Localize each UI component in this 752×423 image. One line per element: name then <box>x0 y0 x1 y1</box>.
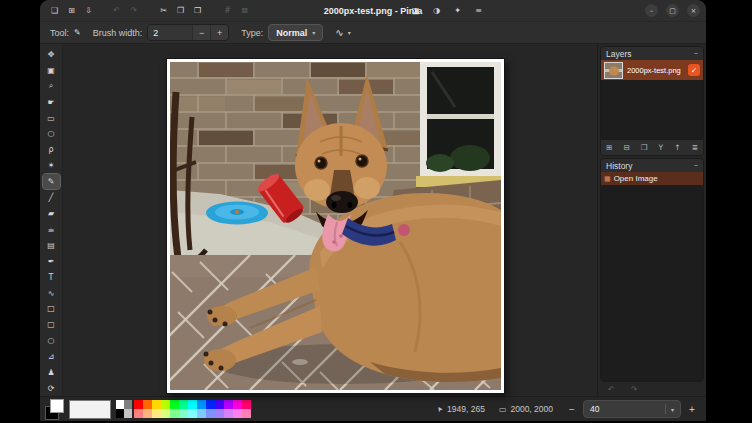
new-image-button[interactable]: ❏ <box>46 3 63 18</box>
history-item[interactable]: ▦ Open Image <box>601 172 703 185</box>
add-layer-button[interactable]: ⊞ <box>606 143 612 152</box>
tool-zoom[interactable]: ⌕ <box>43 79 60 94</box>
effects-menu-button[interactable]: ✦ <box>449 3 466 18</box>
palette-color-swatch[interactable] <box>224 409 233 418</box>
layer-properties-button[interactable]: ≣ <box>692 143 698 152</box>
layers-collapse-button[interactable]: – <box>694 49 698 58</box>
layers-panel-title: Layers <box>606 49 632 59</box>
recent-color-swatch[interactable] <box>69 400 111 419</box>
palette-color-swatch[interactable] <box>143 400 152 409</box>
tool-rectangle[interactable]: □ <box>43 302 60 317</box>
palette-color-swatch[interactable] <box>161 409 170 418</box>
primary-color-swatch[interactable] <box>50 399 64 413</box>
brush-width-spinner: 2 − + <box>147 24 229 41</box>
brush-width-label: Brush width: <box>93 28 143 38</box>
zoom-controls: − 40 ▾ + <box>565 400 701 418</box>
tool-paint-bucket[interactable]: ☕ <box>43 222 60 237</box>
maximize-button[interactable]: ▢ <box>666 4 679 17</box>
tool-paintbrush[interactable]: ╱ <box>43 190 60 205</box>
tool-ellipse-select[interactable]: ○ <box>43 127 60 142</box>
tool-move-selected[interactable]: ▣ <box>43 63 60 78</box>
tool-magic-wand[interactable]: ✶ <box>43 158 60 173</box>
redo-button[interactable]: ↷ <box>125 3 142 18</box>
open-image-button[interactable]: ⊞ <box>63 3 80 18</box>
move-layer-up-button[interactable]: ↑ <box>674 143 680 152</box>
layer-item[interactable]: 2000px-test.png ✓ <box>601 60 703 80</box>
save-button[interactable]: ⇩ <box>80 3 97 18</box>
tool-pencil[interactable]: ✎ <box>43 174 60 189</box>
palette-color-swatch[interactable] <box>152 409 161 418</box>
gray-swatch[interactable] <box>124 409 132 418</box>
duplicate-layer-button[interactable]: ❐ <box>641 143 648 152</box>
zoom-in-button[interactable]: + <box>685 402 699 416</box>
merge-layer-down-button[interactable]: Y <box>659 143 664 152</box>
zoom-level-combobox[interactable]: 40 ▾ <box>583 400 681 418</box>
crop-to-selection-button[interactable]: # <box>219 3 236 18</box>
palette-color-swatch[interactable] <box>188 400 197 409</box>
minimize-button[interactable]: – <box>645 4 658 17</box>
tool-text[interactable]: T <box>43 270 60 285</box>
history-redo-button[interactable]: ↷ <box>631 385 638 394</box>
palette-color-swatch[interactable] <box>134 400 143 409</box>
undo-button[interactable]: ↶ <box>108 3 125 18</box>
history-item-icon: ▦ <box>604 175 611 183</box>
palette-color-swatch[interactable] <box>233 409 242 418</box>
copy-button[interactable]: ❐ <box>172 3 189 18</box>
canvas[interactable] <box>167 59 504 393</box>
brush-width-decrease-button[interactable]: − <box>192 25 210 40</box>
tool-eraser[interactable]: ▰ <box>43 206 60 221</box>
blend-mode-dropdown[interactable]: Normal ▾ <box>268 24 323 41</box>
palette-color-swatch[interactable] <box>152 400 161 409</box>
line-style-dropdown[interactable]: ∿ ▾ <box>335 27 350 38</box>
gray-swatch[interactable] <box>116 400 124 409</box>
palette-color-swatch[interactable] <box>242 400 251 409</box>
layer-visibility-checkbox[interactable]: ✓ <box>688 64 700 76</box>
tool-freeform-shape[interactable]: ⊿ <box>43 349 60 364</box>
brush-width-increase-button[interactable]: + <box>210 25 228 40</box>
palette-color-swatch[interactable] <box>242 409 251 418</box>
paste-button[interactable]: ❒ <box>189 3 206 18</box>
history-collapse-button[interactable]: – <box>694 161 698 170</box>
tool-pan[interactable]: ☛ <box>43 95 60 110</box>
tool-gradient[interactable]: ▤ <box>43 238 60 253</box>
cut-button[interactable]: ✂ <box>155 3 172 18</box>
palette-color-swatch[interactable] <box>233 400 242 409</box>
history-item-label: Open Image <box>614 174 658 183</box>
tool-color-picker[interactable]: ✒ <box>43 254 60 269</box>
tool-move-selection[interactable]: ✥ <box>43 47 60 62</box>
palette-color-swatch[interactable] <box>170 409 179 418</box>
tool-clone-stamp[interactable]: ♟ <box>43 365 60 380</box>
palette-color-swatch[interactable] <box>143 409 152 418</box>
palette-color-swatch[interactable] <box>206 400 215 409</box>
tool-rounded-rectangle[interactable]: ▢ <box>43 317 60 332</box>
gray-swatch[interactable] <box>116 409 124 418</box>
tool-line-curve[interactable]: ∿ <box>43 286 60 301</box>
palette-color-swatch[interactable] <box>170 400 179 409</box>
gray-swatch[interactable] <box>124 400 132 409</box>
palette-color-swatch[interactable] <box>188 409 197 418</box>
main-menu-button[interactable]: ≡ <box>470 3 487 18</box>
deselect-button[interactable]: ⊠ <box>236 3 253 18</box>
palette-color-swatch[interactable] <box>161 400 170 409</box>
palette-color-swatch[interactable] <box>215 400 224 409</box>
tool-rectangle-select[interactable]: ▭ <box>43 111 60 126</box>
tool-recolor[interactable]: ⟳ <box>43 381 60 396</box>
color-swatches[interactable] <box>45 399 66 419</box>
zoom-out-button[interactable]: − <box>565 402 579 416</box>
palette-color-swatch[interactable] <box>179 400 188 409</box>
delete-layer-button[interactable]: ⊟ <box>623 143 629 152</box>
history-undo-button[interactable]: ↶ <box>608 385 615 394</box>
palette-color-swatch[interactable] <box>206 409 215 418</box>
palette-color-swatch[interactable] <box>197 409 206 418</box>
palette-color-swatch[interactable] <box>215 409 224 418</box>
adjustments-menu-button[interactable]: ◑ <box>428 3 445 18</box>
palette-color-swatch[interactable] <box>197 400 206 409</box>
palette-color-swatch[interactable] <box>224 400 233 409</box>
tool-palette: ✥▣⌕☛▭○ρ✶✎╱▰☕▤✒T∿□▢○⊿♟⟳ <box>40 44 63 396</box>
brush-width-input[interactable]: 2 <box>148 25 192 40</box>
close-button[interactable]: × <box>687 4 700 17</box>
tool-lasso-select[interactable]: ρ <box>43 142 60 157</box>
tool-ellipse[interactable]: ○ <box>43 333 60 348</box>
palette-color-swatch[interactable] <box>179 409 188 418</box>
palette-color-swatch[interactable] <box>134 409 143 418</box>
